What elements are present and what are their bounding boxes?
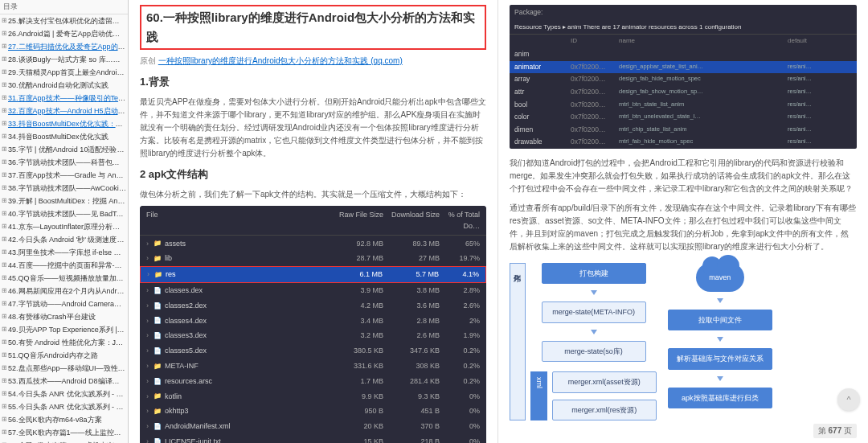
file-table-row[interactable]: kotlin9.9 KB9.3 KB0% [140, 388, 486, 404]
toc-item[interactable]: 34.抖音BoostMultiDex优化实践 [2, 130, 126, 143]
flow-box-merger-asset: merger.xml(asset资源) [552, 371, 657, 392]
file-table-row[interactable]: classes.dex3.9 MB3.8 MB2.8% [140, 283, 486, 298]
file-table-row[interactable]: classes4.dex3.4 MB2.8 MB2% [140, 313, 486, 328]
toc-list: 25.解决支付宝包体积优化的遗留问题：运26.Android篇 | 爱奇艺App… [0, 14, 128, 443]
flow-box-build: 打包构建 [542, 263, 646, 284]
toc-item[interactable]: 54.今日头条 ANR 优化实践系列 - 设计原理 [2, 388, 126, 400]
toc-item[interactable]: 56.全民K歌内存m64-v8a方案 [2, 413, 126, 426]
chevron-up-icon: ^ [846, 395, 850, 404]
toc-item[interactable]: 40.字节跳动技术团队——见 BadTokenE [2, 207, 126, 220]
file-icon [154, 300, 162, 312]
file-table-row[interactable]: META-INF331.6 KB308 KB0.2% [140, 359, 486, 374]
toc-item[interactable]: 28.谈谈Bugly一站式方案 so 库…在 Android [2, 53, 126, 66]
toc-item[interactable]: 52.盘点那些App—移动端UI—致性的路途 [2, 362, 126, 375]
toc-item[interactable]: 55.今日头条 ANR 优化实践系列 - 滥用力 [2, 400, 126, 413]
toc-item[interactable]: 39.开解 | BoostMultiDex：挖掘 Android [2, 195, 126, 207]
file-icon [154, 285, 162, 297]
file-table-header: File Raw File Size Download Size % of To… [140, 206, 486, 236]
toc-item[interactable]: 37.百度App技术——Gradle 与 Android 构 [2, 169, 126, 182]
right-column: Package: Resource Types ▸ anim There are… [498, 0, 868, 443]
file-table-row[interactable]: resources.arsc1.7 MB281.4 KB0.2% [140, 374, 486, 389]
folder-icon [154, 360, 162, 372]
pkg-table-row[interactable]: animator0x7f0200…design_appbar_state_lis… [510, 61, 857, 74]
toc-item[interactable]: 38.字节跳动技术团队——AwCookieMana [2, 182, 126, 195]
file-table-row[interactable]: res6.1 MB5.7 MB4.1% [140, 266, 486, 283]
article-source: 原创 一种按照library的维度进行Android包大小分析的方法和实践 (q… [140, 55, 486, 68]
file-table-row[interactable]: assets92.8 MB89.3 MB65% [140, 236, 486, 251]
package-table: Package: Resource Types ▸ anim There are… [510, 5, 857, 149]
toc-item[interactable]: 58.全民K歌内存篇2——虚机内存分析 [2, 439, 126, 443]
pkg-table-row[interactable]: color0x7f0200…mtrl_btn_unelevated_state_… [510, 111, 857, 124]
flow-label-serialize: 序列化 [510, 263, 526, 420]
article-title: 60.一种按照library的维度进行Android包大小分析的方法和实践 [140, 5, 486, 50]
folder-icon [154, 269, 162, 281]
folder-icon [154, 237, 162, 249]
toc-item[interactable]: 41.京东—LayoutInflater原理分析与复刻 [2, 220, 126, 233]
file-table-row[interactable]: LICENSE-junit.txt15 KB218 B0% [140, 434, 486, 443]
toc-item[interactable]: 51.QQ音乐Android内存之路 [2, 349, 126, 362]
toc-item[interactable]: 44.百度——挖掘中的页面和异常-异常处理 [2, 259, 126, 272]
pkg-table-row[interactable]: bool0x7f0200…mtrl_btn_state_list_animres… [510, 99, 857, 112]
pkg-table-row[interactable]: array0x7f0200…design_fab_hide_motion_spe… [510, 73, 857, 86]
source-link[interactable]: 一种按照library的维度进行Android包大小分析的方法和实践 (qq.c… [158, 56, 403, 65]
pkg-table-row[interactable]: anim [510, 48, 857, 61]
flow-box-classify: apk按照基础库进行归类 [668, 388, 772, 408]
toc-item[interactable]: 26.Android篇 | 爱奇艺App启动优化实践 [2, 27, 126, 40]
toc-item[interactable]: 47.字节跳动——Android Camera内存问题 [2, 297, 126, 310]
file-icon [154, 420, 162, 433]
toc-item[interactable]: 27.二维码扫描优化及爱奇艺App的实践 [2, 40, 126, 53]
h-apk: 2 apk文件结构 [140, 166, 486, 183]
toc-item[interactable]: 25.解决支付宝包体积优化的遗留问题：运 [2, 14, 126, 27]
file-icon [154, 330, 162, 342]
arrow-down-icon [717, 298, 723, 303]
flow-label-xml: xml [530, 371, 547, 420]
toc-item[interactable]: 49.贝壳APP Top Experience系列 | And [2, 323, 126, 336]
flow-box-merge-so: merge-state(so库) [542, 341, 646, 362]
file-icon [154, 436, 162, 443]
flow-box-merge-meta: merge-state(META-INFO) [542, 301, 646, 322]
scroll-top-button[interactable]: ^ [837, 388, 860, 411]
pkg-table-row[interactable]: dimen0x7f0200…mtrl_chip_state_list_animr… [510, 124, 857, 137]
folder-icon [154, 252, 162, 265]
file-table-row[interactable]: classes5.dex380.5 KB347.6 KB0.2% [140, 343, 486, 359]
p-background: 最近贝壳APP在做瘦身，需要对包体大小进行分析。但刚开始Android只能分析出… [140, 96, 486, 160]
flowchart: 序列化 打包构建 merge-state(META-INFO) merge-st… [510, 263, 857, 420]
pkg-table-row[interactable]: attr0x7f0200…design_fab_show_motion_sp…r… [510, 86, 857, 99]
arrow-down-icon [717, 376, 723, 381]
right-para-2: 通过查看所有app/build/目录下的所有文件，发现确实存在这个中间文件。记录… [510, 202, 857, 253]
file-table: File Raw File Size Download Size % of To… [140, 206, 486, 443]
toc-item[interactable]: 57.全民K歌内存篇1——线上监控与综合治 [2, 426, 126, 439]
toc-item[interactable]: 48.有赞移动Crash平台建设 [2, 310, 126, 323]
flow-box-pull: 拉取中间文件 [668, 310, 772, 330]
toc-item[interactable]: 33.抖音BoostMultiDex优化实践：Andro [2, 117, 126, 130]
toc-item[interactable]: 50.有赞 Android 性能优化方案：Java 内 [2, 336, 126, 349]
file-table-row[interactable]: classes3.dex3.2 MB2.6 MB1.9% [140, 328, 486, 343]
p-apk: 做包体分析之前，我们先了解一下apk文件的结构。其实就是一个压缩文件，大概结构如… [140, 188, 486, 201]
file-table-row[interactable]: classes2.dex4.2 MB3.6 MB2.6% [140, 298, 486, 314]
folder-icon [154, 390, 162, 402]
toc-item[interactable]: 43.阿里鱼技术——字库想 if-else 走天下？ [2, 246, 126, 259]
flow-box-merger-res: merger.xml(res资源) [552, 400, 657, 420]
h-background: 1.背景 [140, 74, 486, 91]
pkg-columns: ID name default [510, 35, 857, 48]
right-para-1: 我们都知道Android打包的过程中，会把Android工程和它引用的libra… [510, 157, 857, 195]
toc-item[interactable]: 53.西瓜技术——Android D8编译器：那 [2, 375, 126, 388]
toc-item[interactable]: 30.优酷Android自动化测试实践 [2, 79, 126, 92]
toc-item[interactable]: 35.字节 | 优酷Android 10适配经验分享 [2, 143, 126, 156]
folder-icon [154, 405, 162, 417]
file-table-row[interactable]: AndroidManifest.xml20 KB370 B0% [140, 419, 486, 434]
toc-item[interactable]: 46.网易新闻应用在2个月内从Android跳动 [2, 285, 126, 297]
toc-item[interactable]: 42.今日头条 Android '秒' 级测速度深度优 [2, 233, 126, 246]
toc-item[interactable]: 31.百度App技术——种像吸引的TexV [2, 92, 126, 105]
toc-item[interactable]: 29.天猫精灵App首页上最全Android信息 [2, 66, 126, 79]
arrow-down-icon [717, 337, 723, 342]
file-table-row[interactable]: okhttp3950 B451 B0% [140, 404, 486, 419]
pkg-table-row[interactable]: drawable0x7f0200…mtrl_fab_hide_motion_sp… [510, 136, 857, 149]
file-table-row[interactable]: lib28.7 MB27 MB19.7% [140, 251, 486, 266]
toc-item[interactable]: 36.字节跳动技术团队——科普包大小优化 [2, 156, 126, 169]
flow-box-parse: 解析基础库与文件对应关系 [668, 348, 772, 369]
file-icon [154, 345, 162, 357]
file-icon [154, 314, 162, 326]
toc-item[interactable]: 32.百度App技术—Android H5启动优化 [2, 105, 126, 117]
toc-item[interactable]: 45.QQ音乐——短视频播放放量加速完整 [2, 272, 126, 285]
